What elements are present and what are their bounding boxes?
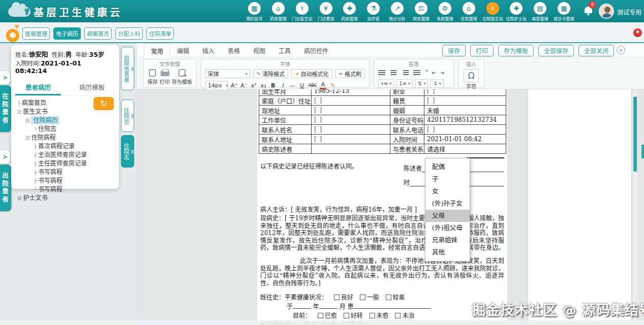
nav-item-system[interactable]: ⚙系统管理: [433, 2, 457, 21]
save-all-button[interactable]: 全部保存: [538, 45, 574, 56]
menu-view[interactable]: 视图: [247, 43, 272, 58]
patient-avatar-icon[interactable]: ☻: [6, 29, 19, 42]
doc-tab-admission-note-1[interactable]: 住院志X: [121, 100, 134, 132]
cell-value[interactable]: [ ]: [312, 135, 390, 144]
font-color-button[interactable]: A: [320, 81, 326, 89]
save-as-template-button[interactable]: 存为模板: [498, 45, 534, 56]
refresh-button[interactable]: ↻: [94, 97, 114, 110]
cell-value[interactable]: [ ]: [424, 96, 506, 106]
close-icon[interactable]: X: [130, 104, 135, 128]
menu-insert[interactable]: 插入: [196, 43, 221, 58]
year-blank[interactable]: [293, 302, 311, 309]
tab-assign-dept[interactable]: 分配入科: [115, 27, 143, 40]
close-icon[interactable]: X: [130, 140, 135, 164]
dropdown-option[interactable]: 兄弟姐妹: [425, 234, 470, 246]
scrollbar-thumb[interactable]: [633, 96, 637, 172]
nav-item-inpatient-mgmt[interactable]: ⌂住院管理: [457, 2, 481, 21]
nav-item-outpatient-fee[interactable]: ¥门诊费用: [314, 2, 338, 21]
align-left-icon[interactable]: [378, 70, 387, 76]
tree-item-nurse-docs[interactable]: ⊞护士文书: [14, 194, 119, 203]
nav-item-treatment-room[interactable]: ⚗治疗室: [361, 2, 385, 21]
tree-item-write-progress-2[interactable]: ├书写病程: [14, 177, 119, 185]
cell-value[interactable]: 1985-12-13: [312, 89, 390, 96]
menu-edit[interactable]: 编辑: [170, 43, 196, 58]
checkbox-cured[interactable]: [318, 313, 323, 318]
expand-out-hospital-arrow[interactable]: >: [0, 150, 10, 164]
tab-order-mgmt[interactable]: 医嘱管理: [22, 27, 50, 40]
dropdown-option[interactable]: (外)祖父母: [425, 222, 470, 234]
cell-value[interactable]: [ ]: [424, 89, 506, 96]
ribbon-save-button[interactable]: 保存: [147, 69, 158, 85]
tab-case-homepage[interactable]: 病案首页: [84, 27, 112, 40]
scrollbar-track[interactable]: [632, 89, 637, 325]
tree-item-attending-rounds[interactable]: ├主治医师查房记录: [14, 151, 119, 159]
expand-in-hospital-arrow[interactable]: >: [0, 71, 10, 84]
nav-item-outpatient-doctor[interactable]: ⚕门诊医生站: [290, 2, 314, 21]
line-spacing-button[interactable]: ⇅▾: [415, 79, 428, 88]
nav-item-appointment[interactable]: ▦预约挂号: [242, 2, 266, 21]
tree-collapse-icon[interactable]: ⊟: [25, 118, 29, 123]
dropdown-option-highlighted[interactable]: 父母: [425, 210, 470, 222]
tree-item-inpatient-record[interactable]: ⊟住院病历: [14, 116, 119, 125]
align-right-icon[interactable]: [402, 70, 410, 76]
nav-item-inpatient-nurse[interactable]: ✚住院护士站: [504, 2, 528, 21]
nav-item-statistics[interactable]: ↗统计分析: [385, 2, 409, 21]
cell-value[interactable]: [ ]: [312, 106, 390, 115]
tree-item-first-progress[interactable]: ├首次病程记录: [14, 142, 119, 151]
doc-tab-discharge-info[interactable]: 出院信息单X: [121, 47, 134, 90]
font-size-select[interactable]: 14px▾: [205, 81, 228, 90]
tab-patient-record[interactable]: 患者病历: [11, 80, 65, 95]
tree-collapse-icon[interactable]: ⊟: [25, 135, 29, 141]
cell-value[interactable]: [ ]: [424, 125, 506, 135]
clear-format-button[interactable]: ✎清除格式: [253, 69, 288, 78]
tab-inpatient-list[interactable]: 住院清单: [146, 27, 174, 40]
tree-item-chief-rounds[interactable]: ├主任医师查房记录: [14, 159, 119, 168]
doc-tab-admission-note-2[interactable]: 住院志X: [121, 135, 134, 168]
checkbox-untreated[interactable]: [395, 313, 401, 318]
blockquote-icon[interactable]: “: [425, 70, 428, 75]
cell-value[interactable]: [ ]: [312, 115, 390, 125]
tree-item-progress-notes[interactable]: ⊟住院病程: [14, 134, 119, 142]
tree-collapse-icon[interactable]: ⊟: [17, 109, 21, 115]
superscript-button[interactable]: x²: [251, 82, 257, 89]
dropdown-option[interactable]: 女: [425, 185, 470, 198]
sidebar-tab-out-hospital[interactable]: 出院患者: [0, 165, 11, 211]
month-blank[interactable]: [319, 302, 338, 309]
dropdown-option[interactable]: 其他: [425, 246, 470, 258]
cell-value[interactable]: [ ]: [312, 96, 390, 106]
menu-tools[interactable]: 工具: [272, 43, 297, 58]
grow-font-button[interactable]: A⁺: [231, 82, 237, 89]
menu-record-controls[interactable]: 病历控件: [297, 43, 335, 58]
delete-format-button[interactable]: ABC: [309, 83, 317, 88]
save-button[interactable]: 保存: [442, 45, 466, 56]
cell-value[interactable]: [312, 144, 390, 154]
paragraph-spacing-button[interactable]: ↕▾: [431, 79, 443, 88]
cell-value[interactable]: 420117198512132734: [424, 115, 506, 125]
align-center-icon[interactable]: [390, 70, 398, 76]
tree-item-admission-note[interactable]: └住院志: [14, 125, 119, 134]
dropdown-option[interactable]: (外)孙子女: [425, 198, 470, 210]
tree-expand-icon[interactable]: ⊞: [17, 196, 21, 201]
dropdown-option[interactable]: 配偶: [425, 161, 470, 173]
strikethrough-button[interactable]: —: [289, 82, 296, 89]
nav-item-case-record[interactable]: ▤病案管理: [528, 2, 552, 21]
checkbox-improved[interactable]: [344, 313, 349, 318]
ribbon-print-button[interactable]: 打印: [160, 69, 170, 85]
nav-item-drug-store[interactable]: ⌂药库管理: [266, 2, 290, 21]
close-all-button[interactable]: 全部关闭: [578, 45, 614, 56]
disease-blank[interactable]: [354, 302, 431, 309]
nav-item-visit-card[interactable]: ▦就诊卡管理: [552, 2, 576, 21]
shrink-font-button[interactable]: A⁻: [240, 82, 247, 89]
user-avatar[interactable]: [599, 4, 614, 19]
nav-item-pharmacy[interactable]: ✚药房管理: [338, 2, 361, 21]
bullet-list-button[interactable]: •≡▾: [378, 79, 394, 88]
ribbon-save-template-button[interactable]: 存为模板: [172, 69, 192, 85]
nav-item-inpatient-doctor[interactable]: ⚕住院医生站: [481, 2, 505, 21]
close-icon[interactable]: X: [130, 51, 135, 87]
collapse-ribbon-icon[interactable]: ∨: [617, 46, 625, 54]
menu-table[interactable]: 表格: [221, 43, 247, 58]
font-family-select[interactable]: 宋体▾: [205, 69, 250, 78]
checkbox-fair[interactable]: [360, 295, 365, 300]
tab-emr[interactable]: 电子病历: [53, 27, 81, 40]
italic-button[interactable]: I: [280, 82, 286, 89]
